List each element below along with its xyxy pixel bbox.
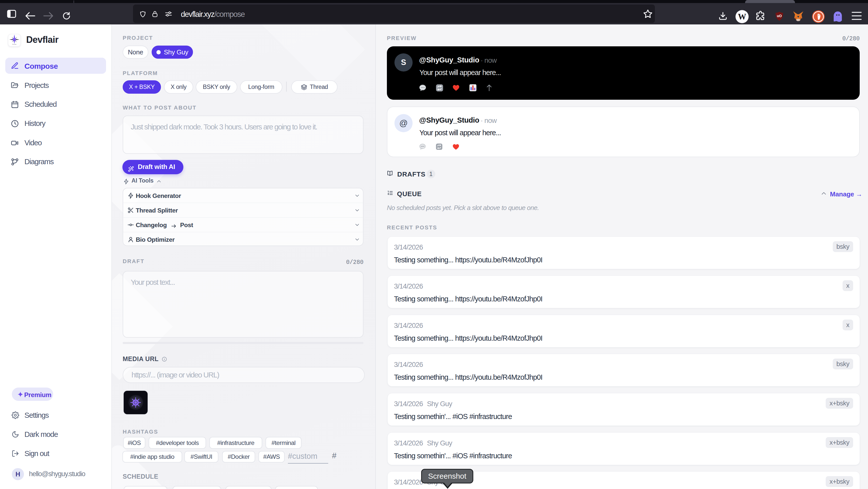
svg-text:uO: uO [777,14,782,18]
